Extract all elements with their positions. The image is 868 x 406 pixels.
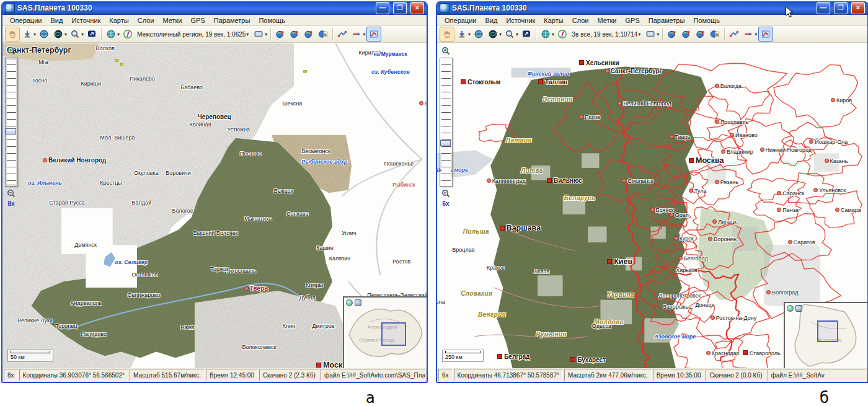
- placemark-tool-button[interactable]: [727, 27, 741, 41]
- download-globe-button-2[interactable]: [680, 27, 693, 41]
- menu-item-8[interactable]: Параметры: [210, 16, 254, 25]
- map-label: Финский залив: [528, 71, 569, 77]
- fill-map-button[interactable]: [121, 27, 135, 41]
- download-globe-button-2[interactable]: [288, 27, 301, 41]
- menu-item-6[interactable]: Метки: [159, 16, 185, 25]
- chevron-down-icon[interactable]: ▾: [81, 32, 84, 37]
- minimap[interactable]: Астрахань: [784, 302, 867, 368]
- earth-globe-button[interactable]: [472, 27, 485, 41]
- zoom-tool-button[interactable]: [68, 27, 82, 41]
- cache-mode-button[interactable]: [252, 27, 265, 41]
- chevron-down-icon[interactable]: ▾: [657, 32, 659, 37]
- zoom-out-icon[interactable]: [6, 188, 16, 198]
- download-selection-button[interactable]: [20, 27, 34, 41]
- download-globe-button-1[interactable]: [273, 27, 287, 41]
- placemark-tool-button[interactable]: [335, 27, 349, 41]
- path-tool-button[interactable]: [350, 27, 363, 41]
- map-label: Владимир: [721, 149, 753, 155]
- maximize-button[interactable]: ❐: [834, 2, 848, 14]
- minimap[interactable]: АлександровСергиев Посад: [343, 296, 427, 368]
- map-label: Словакия: [461, 290, 492, 297]
- map-label: Брянск: [650, 207, 674, 213]
- maximize-button[interactable]: ❐: [393, 2, 407, 14]
- path-tool-button[interactable]: [742, 27, 755, 41]
- map-label: Ростов-на-Дону: [711, 315, 757, 321]
- map-viewport[interactable]: ХельсинкиСанкт-ПетербургСтокгольмФинский…: [437, 43, 867, 368]
- minimap-view-rectangle[interactable]: [817, 320, 839, 342]
- chevron-down-icon[interactable]: ▾: [117, 32, 120, 37]
- download-selection-button[interactable]: [455, 27, 469, 41]
- map-label: Бабаево: [180, 84, 203, 90]
- title-bar[interactable]: SAS.Планета 100330 — ❐ ×: [2, 1, 427, 15]
- chevron-down-icon[interactable]: ▾: [468, 32, 471, 37]
- cache-mode-button[interactable]: [644, 27, 657, 41]
- map-select-dropdown[interactable]: Межстоличный регион, 19 век, 1:0625▾: [135, 30, 251, 39]
- map-source-globe-button[interactable]: [104, 27, 118, 41]
- minimize-button[interactable]: —: [817, 2, 830, 14]
- night-globe-button[interactable]: [51, 27, 65, 41]
- chevron-down-icon[interactable]: ▾: [265, 32, 267, 37]
- zoom-slider-handle[interactable]: [6, 128, 16, 135]
- menu-item-3[interactable]: Источник: [502, 16, 539, 25]
- fullscreen-button[interactable]: [85, 27, 99, 41]
- map-source-globe-button[interactable]: [539, 27, 552, 41]
- status-cell-2: Координаты 46.713867° 50.578587°: [454, 369, 563, 381]
- chevron-down-icon[interactable]: ▾: [755, 32, 757, 37]
- menu-item-1[interactable]: Операции: [6, 16, 45, 25]
- menu-item-5[interactable]: Слои: [569, 16, 593, 25]
- map-label: Вена: [437, 299, 445, 305]
- minimap-icons[interactable]: [346, 299, 361, 306]
- menu-item-5[interactable]: Слои: [134, 16, 158, 25]
- download-manager-button[interactable]: [708, 27, 722, 41]
- download-globe-button-3[interactable]: [694, 27, 707, 41]
- polygon-tool-button[interactable]: [758, 27, 773, 42]
- menu-item-2[interactable]: Вид: [481, 16, 501, 25]
- zoom-in-icon[interactable]: [6, 46, 16, 56]
- zoom-slider[interactable]: [440, 58, 453, 187]
- chevron-down-icon[interactable]: ▾: [499, 32, 502, 37]
- minimize-button[interactable]: —: [376, 2, 389, 14]
- menu-item-4[interactable]: Карты: [540, 16, 567, 25]
- zoom-out-icon[interactable]: [441, 188, 451, 198]
- menu-item-1[interactable]: Операции: [441, 16, 480, 25]
- menu-item-4[interactable]: Карты: [105, 16, 132, 25]
- fullscreen-button[interactable]: [520, 27, 533, 41]
- download-globe-button-1[interactable]: [665, 27, 679, 41]
- menu-item-9[interactable]: Помощь: [255, 16, 289, 25]
- menu-item-3[interactable]: Источник: [68, 16, 104, 25]
- download-globe-button-3[interactable]: [302, 27, 316, 41]
- chevron-down-icon[interactable]: ▾: [33, 32, 36, 37]
- zoom-slider[interactable]: [5, 58, 18, 187]
- menu-item-9[interactable]: Помощь: [689, 16, 724, 25]
- download-manager-button[interactable]: [316, 27, 330, 41]
- map-label: оз. Селигер: [115, 259, 148, 265]
- night-globe-button[interactable]: [486, 27, 500, 41]
- zoom-level-label: 6x: [442, 200, 449, 207]
- pan-tool-button[interactable]: [440, 27, 454, 42]
- chevron-down-icon[interactable]: ▾: [552, 32, 554, 37]
- map-label: Пенза: [777, 207, 799, 213]
- chevron-down-icon[interactable]: ▾: [516, 32, 518, 37]
- title-bar[interactable]: SAS.Планета 100330 — ❐ ×: [437, 1, 867, 15]
- chevron-down-icon[interactable]: ▾: [64, 32, 67, 37]
- fill-map-button[interactable]: [556, 27, 569, 41]
- menu-item-8[interactable]: Параметры: [645, 16, 689, 25]
- menu-item-7[interactable]: GPS: [187, 16, 209, 25]
- minimap-view-rectangle[interactable]: [381, 322, 406, 346]
- minimap-icons[interactable]: [787, 305, 802, 312]
- map-select-dropdown[interactable]: Зв все, 19 век, 1:10714▾: [570, 30, 643, 39]
- polygon-tool-button[interactable]: [366, 27, 381, 42]
- menu-item-2[interactable]: Вид: [46, 16, 66, 25]
- map-viewport[interactable]: Санкт-ПетербургМгаВолховТосноКиришиПикал…: [2, 43, 427, 368]
- zoom-tool-button[interactable]: [503, 27, 516, 41]
- chevron-down-icon[interactable]: ▾: [363, 32, 365, 37]
- zoom-slider-handle[interactable]: [440, 140, 451, 146]
- earth-globe-button[interactable]: [37, 27, 51, 41]
- map-label: Тула: [689, 188, 707, 194]
- close-button[interactable]: ×: [851, 2, 865, 14]
- menu-item-6[interactable]: Метки: [593, 16, 620, 25]
- close-button[interactable]: ×: [410, 2, 424, 14]
- menu-item-7[interactable]: GPS: [622, 16, 644, 25]
- zoom-in-icon[interactable]: [441, 46, 451, 56]
- pan-tool-button[interactable]: [5, 27, 20, 42]
